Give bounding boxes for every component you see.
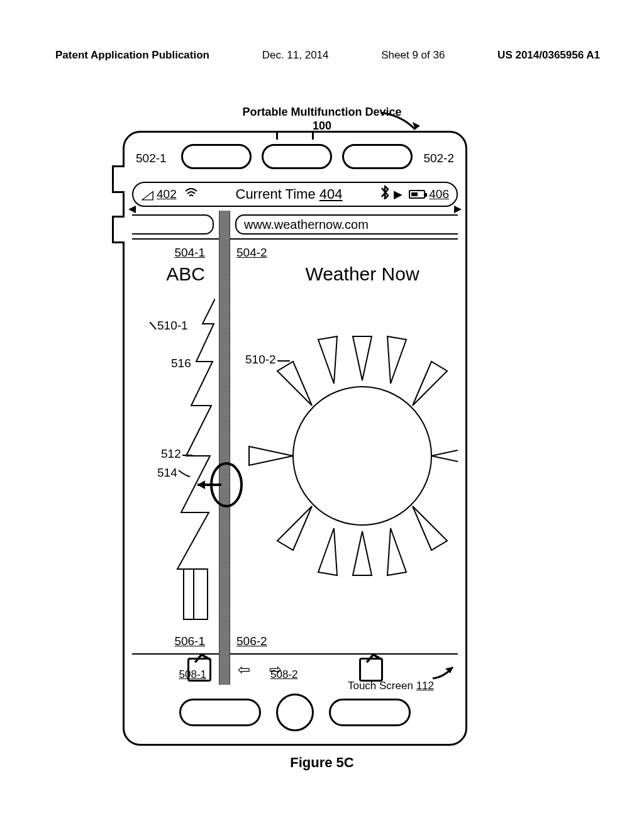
- url-field-right[interactable]: www.weathernow.com: [235, 214, 458, 235]
- ref-504-1: 504-1: [174, 246, 205, 260]
- bluetooth-icon: [380, 185, 390, 203]
- gesture-indicator: [194, 460, 250, 510]
- app-right-title: Weather Now: [230, 263, 458, 285]
- ref-506-1: 506-1: [174, 634, 205, 648]
- page-header: Patent Application Publication Dec. 11, …: [55, 49, 600, 62]
- publication-label: Patent Application Publication: [55, 49, 209, 62]
- url-field-left[interactable]: [132, 214, 214, 235]
- speaker-notch: [276, 131, 314, 140]
- home-pill-left[interactable]: [179, 699, 261, 726]
- ref-402: 402: [157, 187, 177, 201]
- signal-icon: ◿: [141, 187, 153, 202]
- share-arrow-icon: [365, 653, 382, 667]
- proximity-sensor-3: [342, 144, 413, 169]
- wifi-icon: [184, 187, 198, 202]
- play-icon: ▶: [394, 187, 402, 201]
- side-button-lower[interactable]: [112, 216, 125, 243]
- app-right[interactable]: www.weathernow.com 504-2 Weather Now: [230, 211, 458, 685]
- ref-514: 514: [157, 466, 191, 480]
- home-button[interactable]: [276, 694, 314, 731]
- ref-502-2: 502-2: [423, 152, 454, 165]
- home-pill-right[interactable]: [329, 699, 411, 726]
- side-button-upper[interactable]: [112, 165, 125, 193]
- app-left-title: ABC: [166, 263, 205, 285]
- touch-screen-leader-icon: [431, 663, 457, 682]
- split-divider[interactable]: [219, 211, 230, 685]
- proximity-sensor-1: [181, 144, 252, 169]
- ref-510-1: 510-1: [148, 319, 188, 333]
- svg-point-0: [293, 387, 431, 525]
- touch-screen-caption: Touch Screen 112: [348, 680, 434, 692]
- device-title: Portable Multifunction Device: [0, 106, 644, 119]
- publication-number: US 2014/0365956 A1: [497, 49, 600, 62]
- share-button-right[interactable]: [359, 658, 383, 682]
- ref-506-2: 506-2: [236, 634, 267, 648]
- ref-502-1: 502-1: [136, 152, 167, 165]
- publication-date: Dec. 11, 2014: [262, 49, 329, 62]
- figure-caption: Figure 5C: [0, 755, 644, 771]
- url-bar-right: www.weathernow.com: [230, 211, 458, 240]
- back-button[interactable]: ⇦: [238, 661, 250, 678]
- share-arrow-icon: [194, 653, 211, 667]
- battery-icon: [409, 190, 425, 199]
- status-bar: ◿ 402 Current Time 404 ▶ 406: [132, 182, 458, 207]
- ref-508-1: 508-1: [179, 668, 206, 681]
- sun-graphic: [230, 305, 458, 594]
- sheet-number: Sheet 9 of 36: [381, 49, 445, 62]
- device-frame: 502-1 502-2 ◿ 402 Current Time 404 ▶ 406…: [123, 131, 467, 746]
- current-time-label: Current Time 404: [198, 186, 380, 202]
- touch-screen[interactable]: 504-1 ABC 506-1 508-1 www.weathernow.com: [132, 211, 458, 685]
- ref-508-2: 508-2: [270, 668, 297, 681]
- ref-510-2: 510-2: [245, 353, 291, 367]
- ref-516: 516: [171, 357, 191, 370]
- url-bar-left: [132, 211, 219, 240]
- ref-406: 406: [429, 187, 449, 201]
- home-row: [125, 692, 465, 733]
- ref-512: 512: [161, 447, 194, 461]
- ref-504-2: 504-2: [236, 246, 267, 260]
- proximity-sensor-2: [262, 144, 332, 169]
